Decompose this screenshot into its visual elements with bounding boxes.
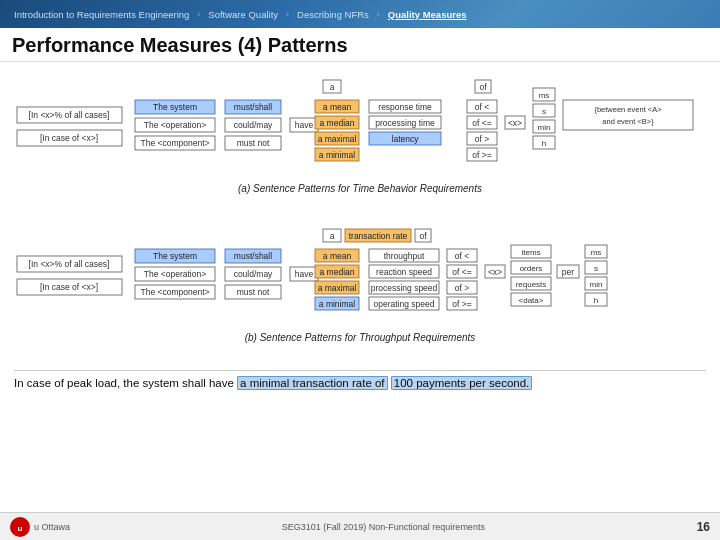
diagram-a-wrapper: [In <x>% of all cases] [In case of <x>] …	[14, 72, 706, 217]
nav-items-container: Introduction to Requirements Engineering…	[8, 7, 712, 22]
svg-text:<x>: <x>	[508, 118, 522, 128]
svg-text:of >: of >	[475, 134, 489, 144]
svg-text:of: of	[419, 231, 427, 241]
svg-text:a: a	[330, 231, 335, 241]
svg-text:(a) Sentence Patterns for Time: (a) Sentence Patterns for Time Behavior …	[238, 183, 482, 194]
nav-item-intro[interactable]: Introduction to Requirements Engineering	[8, 7, 195, 22]
svg-text:could/may: could/may	[234, 120, 273, 130]
svg-text:The <component>: The <component>	[141, 138, 210, 148]
svg-text:u: u	[18, 524, 23, 533]
svg-text:have: have	[295, 269, 314, 279]
page-title: Performance Measures (4) Patterns	[12, 34, 708, 57]
svg-text:a minimal: a minimal	[319, 299, 355, 309]
svg-text:a mean: a mean	[323, 251, 352, 261]
svg-text:of <=: of <=	[452, 267, 471, 277]
svg-text:latency: latency	[392, 134, 420, 144]
page-title-bar: Performance Measures (4) Patterns	[0, 28, 720, 62]
svg-text:a minimal: a minimal	[319, 150, 355, 160]
svg-text:h: h	[594, 296, 598, 305]
example-number-highlight: 100 payments per second.	[391, 376, 533, 390]
main-content: [In <x>% of all cases] [In case of <x>] …	[0, 62, 720, 510]
footer-logo-text: u Ottawa	[34, 522, 70, 532]
svg-text:[In <x>% of all cases]: [In <x>% of all cases]	[29, 110, 110, 120]
svg-text:The system: The system	[153, 102, 197, 112]
svg-text:a: a	[330, 82, 335, 92]
svg-text:a maximal: a maximal	[318, 134, 357, 144]
svg-text:must/shall: must/shall	[234, 251, 272, 261]
svg-text:[In case of <x>]: [In case of <x>]	[40, 282, 98, 292]
svg-text:a mean: a mean	[323, 102, 352, 112]
diagram-b-svg: [In <x>% of all cases] [In case of <x>] …	[15, 221, 705, 366]
footer-logo: u u Ottawa	[10, 517, 70, 537]
svg-text:of >=: of >=	[472, 150, 491, 160]
svg-text:<x>: <x>	[488, 267, 502, 277]
diagram-b-wrapper: [In <x>% of all cases] [In case of <x>] …	[14, 221, 706, 366]
svg-text:must not: must not	[237, 287, 270, 297]
nav-item-nfrs[interactable]: Describing NFRs	[291, 7, 375, 22]
svg-text:requests: requests	[516, 280, 547, 289]
svg-text:operating speed: operating speed	[374, 299, 435, 309]
example-section: In case of peak load, the system shall h…	[14, 370, 706, 392]
svg-text:of >: of >	[455, 283, 469, 293]
svg-text:have: have	[295, 120, 314, 130]
svg-text:a maximal: a maximal	[318, 283, 357, 293]
svg-text:The <component>: The <component>	[141, 287, 210, 297]
svg-text:processing time: processing time	[375, 118, 435, 128]
page-number: 16	[697, 520, 710, 534]
svg-text:response time: response time	[378, 102, 432, 112]
svg-text:min: min	[538, 123, 551, 132]
svg-text:transaction rate: transaction rate	[349, 231, 408, 241]
nav-sep-1: ›	[197, 9, 200, 19]
nav-item-measures[interactable]: Quality Measures	[382, 7, 473, 22]
svg-text:throughput: throughput	[384, 251, 425, 261]
ottawa-logo-icon: u	[10, 517, 30, 537]
top-navigation: Introduction to Requirements Engineering…	[0, 0, 720, 28]
svg-text:could/may: could/may	[234, 269, 273, 279]
svg-text:of: of	[479, 82, 487, 92]
svg-text:of <: of <	[455, 251, 469, 261]
nav-sep-3: ›	[377, 9, 380, 19]
svg-text:<data>: <data>	[519, 296, 544, 305]
svg-text:per: per	[562, 267, 574, 277]
example-highlight-1: a minimal transaction rate of	[237, 376, 387, 390]
svg-text:of >=: of >=	[452, 299, 471, 309]
svg-text:of <: of <	[475, 102, 489, 112]
svg-text:reaction speed: reaction speed	[376, 267, 432, 277]
nav-item-quality[interactable]: Software Quality	[202, 7, 284, 22]
svg-text:h: h	[542, 139, 546, 148]
svg-text:The <operation>: The <operation>	[144, 120, 206, 130]
example-sentence: In case of peak load, the system shall h…	[14, 376, 532, 390]
svg-text:s: s	[594, 264, 598, 273]
footer: u u Ottawa SEG3101 (Fall 2019) Non-Funct…	[0, 512, 720, 540]
svg-text:processing speed: processing speed	[371, 283, 438, 293]
svg-text:The system: The system	[153, 251, 197, 261]
svg-text:ms: ms	[539, 91, 550, 100]
svg-text:s: s	[542, 107, 546, 116]
footer-course-text: SEG3101 (Fall 2019) Non-Functional requi…	[282, 522, 485, 532]
svg-text:min: min	[590, 280, 603, 289]
svg-text:must not: must not	[237, 138, 270, 148]
svg-text:ms: ms	[591, 248, 602, 257]
svg-text:a median: a median	[320, 118, 355, 128]
svg-text:of <=: of <=	[472, 118, 491, 128]
diagram-a-svg: [In <x>% of all cases] [In case of <x>] …	[15, 72, 705, 217]
svg-text:{between event <A>: {between event <A>	[594, 105, 662, 114]
diagram-b: [In <x>% of all cases] [In case of <x>] …	[14, 221, 706, 366]
svg-text:The <operation>: The <operation>	[144, 269, 206, 279]
svg-text:orders: orders	[520, 264, 543, 273]
svg-text:a median: a median	[320, 267, 355, 277]
logo-svg: u	[13, 520, 27, 534]
svg-text:[In case of <x>]: [In case of <x>]	[40, 133, 98, 143]
nav-sep-2: ›	[286, 9, 289, 19]
svg-text:(b) Sentence Patterns for Thro: (b) Sentence Patterns for Throughput Req…	[245, 332, 476, 343]
diagram-a: [In <x>% of all cases] [In case of <x>] …	[14, 72, 706, 217]
svg-text:and event <B>}: and event <B>}	[602, 117, 654, 126]
svg-text:must/shall: must/shall	[234, 102, 272, 112]
svg-text:items: items	[521, 248, 540, 257]
example-text-before: In case of peak load, the system shall h…	[14, 377, 234, 389]
svg-text:[In <x>% of all cases]: [In <x>% of all cases]	[29, 259, 110, 269]
